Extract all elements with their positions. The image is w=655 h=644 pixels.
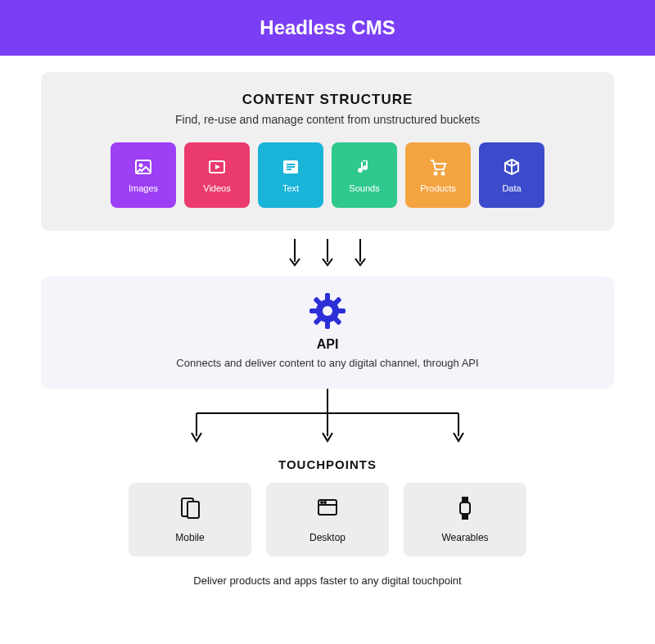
touchpoint-mobile: Mobile [129,483,251,556]
sound-icon [355,157,374,177]
svg-point-1 [140,164,142,167]
svg-point-32 [324,502,326,503]
svg-rect-34 [463,498,468,502]
diagram-stage: CONTENT STRUCTURE Find, re-use and manag… [0,56,655,587]
content-structure-panel: CONTENT STRUCTURE Find, re-use and manag… [41,72,614,231]
svg-rect-35 [463,515,468,519]
tile-sounds-label: Sounds [349,183,379,193]
desktop-icon [315,496,340,524]
touchpoints-heading: TOUCHPOINTS [278,457,377,471]
tile-videos-label: Videos [203,183,230,193]
data-icon [502,157,522,177]
text-icon [281,157,300,177]
svg-rect-33 [460,502,470,514]
wearable-icon [453,496,477,524]
tile-data: Data [479,142,544,208]
touchpoint-wearables-label: Wearables [441,532,488,543]
api-title: API [61,337,594,352]
svg-point-8 [442,173,445,175]
arrow-down-icon [352,237,368,268]
svg-rect-13 [325,293,330,301]
tile-text: Text [258,142,323,208]
svg-point-31 [321,502,323,503]
tile-products-label: Products [420,183,455,193]
content-tile-row: Images Videos Text Sounds [61,142,594,208]
arrow-down-icon [287,237,303,268]
svg-rect-28 [187,502,199,518]
svg-rect-16 [337,308,346,313]
api-panel: API Connects and deliver content to any … [41,277,614,389]
image-icon [133,157,153,177]
tile-images: Images [111,142,176,208]
tile-data-label: Data [502,183,521,193]
touchpoint-wearables: Wearables [404,483,526,556]
api-subtitle: Connects and deliver content to any digi… [61,357,594,369]
svg-rect-14 [325,321,330,329]
touchpoint-mobile-label: Mobile [175,532,204,543]
touchpoint-desktop-label: Desktop [309,532,346,543]
product-icon [428,157,448,177]
content-heading: CONTENT STRUCTURE [61,92,594,108]
svg-rect-15 [309,308,318,313]
video-icon [207,157,227,177]
arrows-api-to-touchpoints [164,389,491,448]
arrows-content-to-api [287,231,368,277]
svg-point-21 [323,306,332,316]
tile-text-label: Text [282,183,299,193]
gear-icon [61,291,594,331]
banner-title: Headless CMS [260,16,395,38]
tile-videos: Videos [184,142,250,208]
tile-images-label: Images [129,183,158,193]
content-subtitle: Find, re-use and manage content from uns… [61,113,594,126]
touchpoints-row: Mobile Desktop Wearables [129,483,526,556]
touchpoint-desktop: Desktop [266,483,389,556]
banner: Headless CMS [0,0,655,56]
tile-sounds: Sounds [332,142,397,208]
svg-point-7 [435,173,437,175]
arrow-down-icon [319,237,336,268]
mobile-icon [178,496,202,524]
touchpoints-footer: Deliver products and apps faster to any … [193,574,461,587]
tile-products: Products [405,142,471,208]
